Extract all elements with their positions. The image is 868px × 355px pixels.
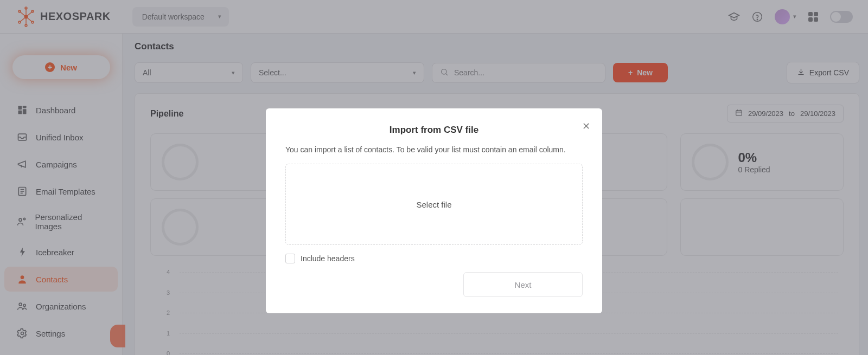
modal-description: You can import a list of contacts. To be… [285, 145, 583, 154]
import-csv-modal: ✕ Import from CSV file You can import a … [266, 108, 602, 313]
next-label: Next [515, 280, 532, 289]
modal-title: Import from CSV file [285, 125, 583, 135]
modal-overlay[interactable]: ✕ Import from CSV file You can import a … [0, 0, 868, 355]
next-button[interactable]: Next [463, 272, 583, 297]
close-icon[interactable]: ✕ [582, 120, 590, 132]
include-headers-checkbox[interactable]: Include headers [285, 254, 583, 263]
checkbox-icon [285, 254, 295, 263]
include-headers-label: Include headers [301, 254, 355, 263]
select-file-dropzone[interactable]: Select file [285, 164, 583, 245]
select-file-label: Select file [416, 200, 451, 209]
